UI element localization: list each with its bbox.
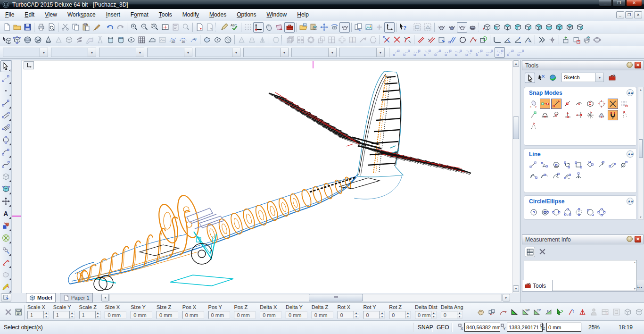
combo-7[interactable]: ▼	[291, 48, 337, 57]
strip-10[interactable]	[484, 48, 495, 58]
line-tangent-to-circle[interactable]	[619, 160, 629, 170]
field-input[interactable]: 0 mm	[234, 311, 256, 319]
toolbar-paste-3d[interactable]	[308, 22, 319, 32]
scroll-down[interactable]: ▼	[513, 285, 519, 292]
cursor-green[interactable]	[554, 307, 565, 317]
tool-box-solid[interactable]	[0, 183, 11, 195]
toolbar-cylinder-blue-2[interactable]	[116, 35, 126, 45]
coord-y[interactable]: 1383,290171 mm	[507, 323, 543, 332]
field-input[interactable]: 0 mm	[105, 311, 126, 319]
field-input[interactable]: 0 mm	[286, 311, 307, 319]
toolbar-chevrons[interactable]	[537, 35, 547, 45]
field-input[interactable]: 0▲▼	[338, 311, 359, 319]
toolbar-prism-gray-3[interactable]	[257, 35, 267, 45]
person-gray[interactable]	[588, 307, 599, 317]
toolbar-grid-block[interactable]	[136, 35, 147, 45]
toolbar-box-ghost[interactable]	[64, 35, 74, 45]
toolbar-ucs-axis[interactable]	[384, 22, 395, 33]
circle-ellipse[interactable]	[596, 207, 607, 217]
toolbar-box-red-corner[interactable]	[571, 35, 581, 45]
menu-format[interactable]: Format	[125, 9, 154, 18]
tool-move-tool[interactable]	[0, 195, 11, 207]
toolbar-view-cube-9[interactable]	[564, 22, 575, 32]
dropdown-arrow[interactable]: ▼	[376, 48, 384, 57]
collapse-chevron[interactable]: ▲▲	[627, 89, 634, 96]
snap-intersection[interactable]	[608, 99, 618, 109]
h-scroll-track[interactable]	[109, 294, 502, 301]
dropdown-arrow[interactable]: ▼	[88, 48, 96, 57]
toolbar-open-3d[interactable]	[298, 22, 308, 32]
snap-indicator[interactable]: SNAP	[418, 324, 433, 331]
toolbar-view-cube-8[interactable]	[554, 22, 564, 32]
snap-nearest[interactable]	[562, 99, 573, 109]
toolbar-box-select[interactable]	[1, 35, 12, 45]
menu-window[interactable]: Window	[262, 9, 292, 18]
menu-modify[interactable]: Modify	[177, 9, 204, 18]
measurement-panel-header[interactable]: Measurement Info	[522, 234, 644, 244]
snap-perp-v[interactable]	[562, 110, 573, 120]
toolbar-cut[interactable]	[60, 22, 70, 32]
toolbar-new-document[interactable]	[1, 22, 12, 32]
scroll-up[interactable]: ▲	[513, 60, 519, 67]
toolbar-grid4-ghost[interactable]	[295, 35, 305, 45]
toolbar-path-3d-b[interactable]: 30	[178, 35, 188, 45]
hand-tool[interactable]	[475, 307, 486, 317]
snap-magnetic[interactable]	[608, 110, 618, 120]
toolbar-render-c[interactable]	[457, 22, 467, 33]
dropdown-arrow[interactable]: ▼	[232, 48, 240, 57]
toolbar-sphere-rings[interactable]	[592, 35, 602, 45]
collapse-chevron[interactable]: ▲▲	[627, 150, 634, 158]
field-input[interactable]: 1▲▼	[53, 311, 75, 319]
snap-angle-guide[interactable]	[528, 121, 539, 132]
toolbar-arc-red[interactable]	[402, 35, 413, 45]
toolbar-book-ghost[interactable]	[347, 35, 357, 45]
toolbar-zoom-extents[interactable]	[160, 22, 170, 32]
toolbar-save[interactable]	[22, 22, 33, 32]
circle-center-point[interactable]	[528, 207, 539, 217]
field-input[interactable]: 1▲▼	[27, 311, 49, 319]
toolbar-page-view[interactable]	[170, 22, 181, 32]
snap-star[interactable]	[585, 110, 595, 120]
toolbar-view-cube-10[interactable]	[575, 22, 585, 32]
measurement-close-button[interactable]: ✕	[635, 236, 641, 242]
toolbar-x-red-2[interactable]	[416, 35, 426, 45]
toolbar-red-toolbox[interactable]	[284, 22, 295, 33]
drawing-canvas[interactable]	[22, 60, 512, 293]
toolbar-render-teapot[interactable]	[339, 22, 350, 33]
line-perp-from-arc[interactable]	[551, 171, 561, 182]
toolbar-format-painter[interactable]	[91, 22, 101, 32]
toolbar-select-3d-a[interactable]	[412, 22, 422, 32]
toolbar-open[interactable]	[12, 22, 22, 32]
tool-point-tool[interactable]	[0, 85, 11, 97]
dropdown-arrow[interactable]: ▼	[328, 48, 336, 57]
snap-face[interactable]	[540, 110, 550, 120]
toolbar-print[interactable]	[36, 22, 46, 32]
toolbar-path-3d-a[interactable]: 3D	[167, 35, 178, 45]
combo-8[interactable]: ▼	[339, 48, 385, 57]
strip-12[interactable]	[505, 48, 515, 58]
spray-tool[interactable]	[566, 307, 577, 317]
circle-concentric[interactable]	[540, 207, 550, 217]
toolbar-angle-arrow[interactable]	[468, 35, 478, 45]
toolbar-undo[interactable]	[105, 22, 115, 32]
toolbar-l-curve[interactable]	[492, 35, 502, 45]
line-parallel[interactable]	[608, 160, 618, 170]
toolbar-glass-tool[interactable]	[95, 35, 105, 45]
tool-marker-tool[interactable]	[0, 281, 11, 293]
toolbar-spell-check[interactable]: ABC	[229, 22, 239, 32]
menu-view[interactable]: View	[40, 9, 62, 18]
field-input[interactable]: 0 mm	[182, 311, 204, 319]
pair-tool[interactable]	[487, 307, 497, 317]
table-red[interactable]	[600, 307, 611, 317]
tool-construction-line[interactable]	[0, 73, 11, 84]
field-input[interactable]: 0▲▼	[389, 311, 411, 319]
tool-arc-tool[interactable]	[0, 146, 11, 158]
restore-button[interactable]: ❐	[612, 0, 626, 7]
line-branch[interactable]	[574, 171, 584, 182]
toolbar-insert-image[interactable]	[363, 22, 374, 32]
select-arrow[interactable]	[525, 73, 535, 83]
tool-double-line[interactable]	[0, 109, 11, 121]
combo-6[interactable]: ▼	[243, 48, 289, 57]
circle-2-point[interactable]	[551, 207, 561, 217]
field-input[interactable]: 0 mm	[312, 311, 333, 319]
